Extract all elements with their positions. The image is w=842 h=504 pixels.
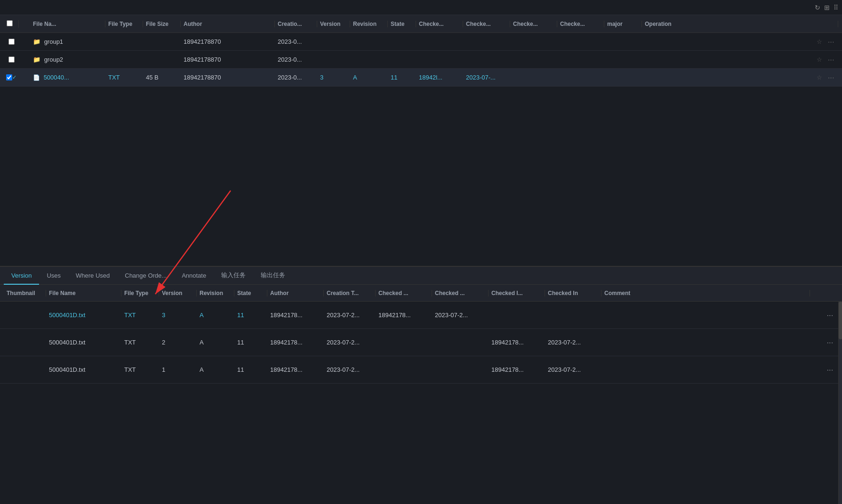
star-icon[interactable]: ☆ (817, 74, 822, 81)
row-creation: 2023-0... (275, 56, 317, 63)
version-filename: 5000401D.txt (46, 366, 121, 373)
row-checkbox-cell (4, 56, 19, 63)
row-checkbox[interactable] (8, 56, 15, 63)
more-options-icon[interactable]: ··· (828, 56, 834, 63)
row-filename: 📁 group1 (30, 38, 105, 45)
grid-icon[interactable]: ⊞ (824, 4, 830, 11)
version-state: 11 (234, 339, 267, 346)
table-row[interactable]: 📁 group1 18942178870 2023-0... ☆ ··· (0, 33, 842, 51)
header-operation: Operation (642, 21, 838, 27)
version-rows-container: 5000401D.txt TXT 3 A 11 18942178... 2023… (0, 302, 842, 504)
tab-change-order[interactable]: Change Orde... (117, 267, 174, 285)
row-checkbox[interactable] (6, 74, 12, 80)
header-filetype: File Type (105, 21, 143, 27)
row-creation: 2023-0... (275, 38, 317, 45)
header-author: Author (181, 21, 275, 27)
header-checked1: Checke... (416, 21, 463, 27)
version-filetype: TXT (121, 366, 159, 373)
folder-icon: 📁 (33, 56, 40, 63)
row-filetype: TXT (105, 74, 143, 81)
version-more-icon[interactable]: ··· (824, 312, 838, 319)
version-checked-in-by: 18942178... (489, 366, 545, 373)
version-more-icon[interactable]: ··· (824, 366, 838, 373)
version-row[interactable]: 5000401D.txt TXT 2 A 11 18942178... 2023… (0, 329, 842, 356)
tab-where-used[interactable]: Where Used (68, 267, 117, 285)
version-checked-in-date: 2023-07-2... (545, 366, 601, 373)
table-row[interactable]: ✓ 📄 500040... TXT 45 B 18942178870 2023-… (0, 69, 842, 87)
version-more-icon[interactable]: ··· (824, 339, 838, 346)
version-revision: A (197, 366, 234, 373)
tab-uses[interactable]: Uses (39, 267, 68, 285)
scrollbar-thumb[interactable] (839, 302, 842, 339)
refresh-icon[interactable]: ↻ (815, 4, 820, 11)
header-major: major (604, 21, 642, 27)
row-checkbox-cell (4, 39, 19, 45)
vh-checked-in-date: Checked In (545, 290, 601, 296)
row-state: 11 (388, 74, 416, 81)
version-state: 11 (234, 312, 267, 319)
vh-revision: Revision (197, 290, 234, 296)
row-filename: 📁 group2 (30, 56, 105, 63)
top-toolbar: ↻ ⊞ ⠿ (0, 0, 842, 15)
apps-icon[interactable]: ⠿ (834, 4, 838, 11)
tab-version[interactable]: Version (4, 267, 39, 285)
row-creation: 2023-0... (275, 74, 317, 81)
select-all-checkbox[interactable] (7, 20, 13, 26)
header-version: Version (317, 21, 350, 27)
version-filename: 5000401D.txt (46, 339, 121, 346)
header-checked4: Checke... (557, 21, 604, 27)
tab-output-task[interactable]: 输出任务 (253, 267, 293, 285)
header-revision: Revision (350, 21, 388, 27)
folder-icon: 📁 (33, 38, 40, 45)
header-checkbox (4, 20, 19, 28)
version-table-header: Thumbnail File Name File Type Version Re… (0, 285, 842, 302)
version-row[interactable]: 5000401D.txt TXT 1 A 11 18942178... 2023… (0, 356, 842, 384)
row-filename: 📄 500040... (30, 74, 105, 81)
version-checked-in-by: 18942178... (489, 339, 545, 346)
star-icon[interactable]: ☆ (817, 56, 822, 63)
vh-author: Author (267, 290, 324, 296)
more-options-icon[interactable]: ··· (828, 74, 834, 81)
row-operations: ☆ ··· (642, 56, 838, 63)
row-checkbox[interactable] (8, 39, 15, 45)
more-options-icon[interactable]: ··· (828, 38, 834, 45)
vh-version: Version (159, 290, 197, 296)
version-filetype: TXT (121, 339, 159, 346)
file-table-section: File Na... File Type File Size Author Cr… (0, 15, 842, 267)
file-icon: 📄 (33, 74, 40, 81)
star-icon[interactable]: ☆ (817, 38, 822, 45)
file-rows-container: 📁 group1 18942178870 2023-0... ☆ ··· (0, 33, 842, 266)
version-row[interactable]: 5000401D.txt TXT 3 A 11 18942178... 2023… (0, 302, 842, 329)
vh-comment: Comment (601, 290, 810, 296)
version-revision: A (197, 312, 234, 319)
vh-checked-in-by: Checked I... (489, 290, 545, 296)
vh-state: State (234, 290, 267, 296)
version-filetype: TXT (121, 312, 159, 319)
version-author: 18942178... (267, 366, 324, 373)
tab-input-task[interactable]: 输入任务 (214, 267, 253, 285)
row-checkbox-cell: ✓ (4, 74, 19, 80)
version-revision: A (197, 339, 234, 346)
version-creation: 2023-07-2... (324, 312, 376, 319)
row-author: 18942178870 (181, 74, 275, 81)
vh-filename: File Name (46, 290, 121, 296)
row-author: 18942178870 (181, 38, 275, 45)
version-version: 2 (159, 339, 197, 346)
table-row[interactable]: 📁 group2 18942178870 2023-0... ☆ ··· (0, 51, 842, 69)
vh-checked-out-date: Checked ... (432, 290, 489, 296)
version-creation: 2023-07-2... (324, 339, 376, 346)
header-checked2: Checke... (463, 21, 510, 27)
version-version: 1 (159, 366, 197, 373)
version-state: 11 (234, 366, 267, 373)
scrollbar-track[interactable] (838, 302, 842, 504)
vh-creation: Creation T... (324, 290, 376, 296)
tab-annotate[interactable]: Annotate (174, 267, 214, 285)
version-author: 18942178... (267, 312, 324, 319)
vh-filetype: File Type (121, 290, 159, 296)
header-checked3: Checke... (510, 21, 557, 27)
version-creation: 2023-07-2... (324, 366, 376, 373)
version-author: 18942178... (267, 339, 324, 346)
header-creation: Creatio... (275, 21, 317, 27)
tabs-bar: Version Uses Where Used Change Orde... A… (0, 267, 842, 285)
vh-thumbnail: Thumbnail (4, 290, 46, 296)
